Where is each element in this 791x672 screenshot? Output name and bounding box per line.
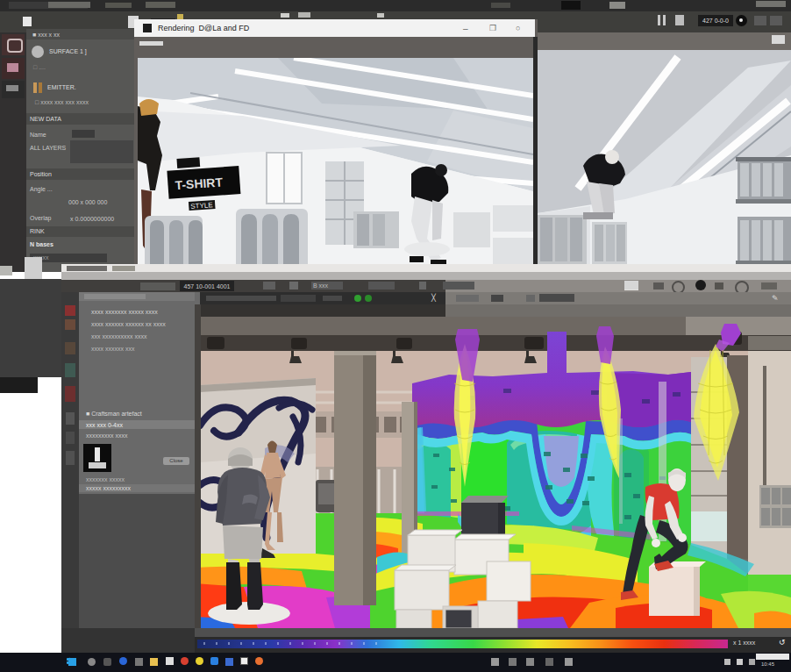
svg-text:STYLE: STYLE [190, 201, 213, 211]
